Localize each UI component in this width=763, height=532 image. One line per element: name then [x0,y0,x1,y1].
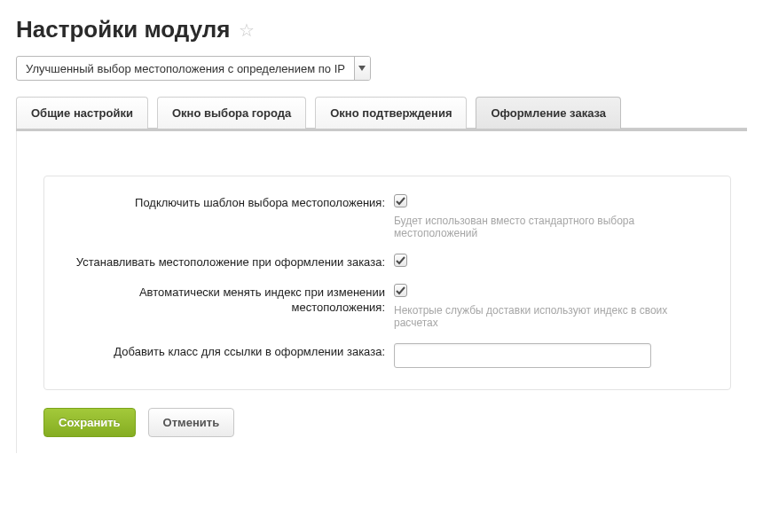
checkbox-auto-index[interactable] [394,284,407,297]
tab-checkout[interactable]: Оформление заказа [476,97,621,129]
label-set-location: Устанавливать местоположение при оформле… [66,254,394,270]
module-select-value: Улучшенный выбор местоположения с опреде… [17,57,354,80]
tabs: Общие настройки Окно выбора города Окно … [16,97,747,129]
tab-general[interactable]: Общие настройки [16,97,148,129]
form-block: Подключить шаблон выбора местоположения:… [43,176,731,390]
checkbox-enable-template[interactable] [394,194,407,207]
input-link-class[interactable] [394,343,651,368]
page-title: Настройки модуля [16,16,230,43]
label-link-class: Добавить класс для ссылки в оформлении з… [66,343,394,359]
cancel-button[interactable]: Отменить [148,408,235,437]
tab-confirm-window[interactable]: Окно подтверждения [315,97,467,129]
module-select[interactable]: Улучшенный выбор местоположения с опреде… [16,56,371,81]
checkbox-set-location[interactable] [394,254,407,267]
label-auto-index: Автоматически менять индекс при изменени… [66,284,394,315]
settings-panel: Подключить шаблон выбора местоположения:… [16,131,747,453]
row-auto-index: Автоматически менять индекс при изменени… [66,284,709,329]
row-link-class: Добавить класс для ссылки в оформлении з… [66,343,709,368]
save-button[interactable]: Сохранить [43,408,136,437]
hint-auto-index: Некотрые службы доставки используют инде… [394,304,709,329]
row-enable-template: Подключить шаблон выбора местоположения:… [66,194,709,239]
label-enable-template: Подключить шаблон выбора местоположения: [66,194,394,210]
dropdown-arrow-icon [354,57,370,80]
tab-city-window[interactable]: Окно выбора города [157,97,306,129]
hint-enable-template: Будет использован вместо стандартного вы… [394,215,709,239]
row-set-location: Устанавливать местоположение при оформле… [66,254,709,270]
favorite-star-icon[interactable]: ☆ [239,20,255,41]
